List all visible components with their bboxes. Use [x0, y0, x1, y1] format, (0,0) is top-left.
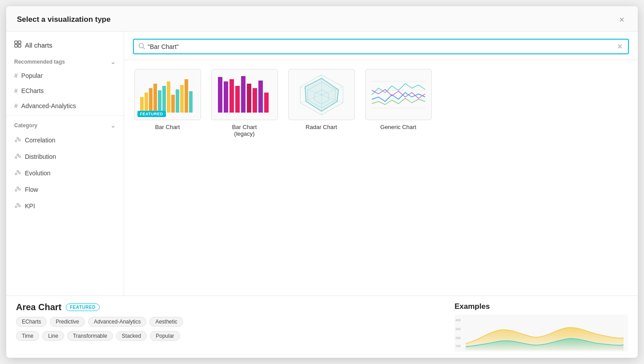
svg-rect-38 [247, 84, 251, 113]
svg-point-16 [15, 206, 17, 208]
svg-rect-32 [189, 91, 193, 113]
tags-row-2: Time Line Transformable Stacked Popular [16, 331, 455, 341]
clear-search-button[interactable]: ✕ [616, 42, 624, 51]
tag-chip-transformable[interactable]: Transformable [67, 331, 113, 341]
grid-icon [14, 40, 21, 49]
chart-name-bar-chart-legacy: Bar Chart(legacy) [232, 124, 257, 137]
tag-chip-line[interactable]: Line [42, 331, 64, 341]
search-icon [138, 43, 145, 51]
sidebar-item-label: KPI [25, 202, 35, 210]
tag-chip-echarts[interactable]: ECharts [16, 317, 47, 327]
svg-rect-40 [258, 81, 263, 113]
svg-rect-35 [229, 79, 234, 113]
svg-rect-3 [18, 44, 21, 47]
svg-text:100: 100 [455, 344, 461, 348]
sidebar-item-popular[interactable]: # Popular [6, 68, 124, 83]
sidebar-item-label: Correlation [25, 137, 55, 144]
svg-text:300: 300 [455, 328, 461, 331]
svg-rect-30 [180, 85, 184, 113]
examples-title: Examples [455, 302, 628, 311]
examples-preview: 400 300 200 100 [455, 315, 628, 352]
svg-rect-33 [218, 77, 222, 113]
modal-title: Select a visualization type [17, 15, 111, 24]
svg-point-11 [17, 170, 19, 172]
sidebar-item-label: Evolution [25, 170, 51, 177]
svg-rect-29 [176, 89, 179, 113]
svg-rect-37 [241, 76, 246, 113]
svg-point-17 [17, 203, 19, 205]
category-icon [14, 169, 21, 177]
hash-icon: # [14, 72, 18, 79]
modal-header: Select a visualization type × [6, 6, 638, 32]
svg-point-13 [15, 190, 17, 191]
sidebar-item-distribution[interactable]: Distribution [6, 148, 124, 165]
svg-text:200: 200 [455, 336, 461, 340]
chart-thumbnail-radar-chart [288, 69, 355, 120]
svg-point-14 [17, 187, 19, 189]
chevron-down-icon: ⌄ [110, 58, 116, 65]
svg-rect-1 [18, 41, 21, 44]
svg-rect-0 [15, 41, 17, 44]
sidebar-item-label: Flow [25, 186, 38, 193]
bottom-featured-badge: FEATURED [66, 303, 100, 311]
category-icon [14, 185, 21, 194]
chevron-down-icon: ⌄ [110, 122, 116, 129]
featured-badge: FEATURED [137, 111, 166, 117]
tag-chip-stacked[interactable]: Stacked [116, 331, 147, 341]
svg-line-20 [143, 47, 145, 49]
chart-name-bar-chart: Bar Chart [155, 124, 180, 130]
sidebar-item-evolution[interactable]: Evolution [6, 165, 124, 181]
sidebar-item-echarts[interactable]: # ECharts [6, 83, 124, 98]
svg-rect-25 [158, 90, 161, 113]
svg-rect-21 [140, 97, 144, 113]
tag-chip-predictive[interactable]: Predictive [50, 317, 85, 327]
svg-point-15 [19, 189, 20, 190]
search-bar-container: ✕ [124, 32, 638, 60]
modal-body: All charts Recommended tags ⌄ # Popular … [6, 32, 638, 295]
svg-point-7 [15, 157, 17, 158]
tag-chip-popular[interactable]: Popular [150, 331, 180, 341]
sidebar-item-label: Popular [21, 72, 43, 79]
tag-chip-advanced-analytics[interactable]: Advanced-Analytics [88, 317, 146, 327]
bottom-left: Area Chart FEATURED ECharts Predictive A… [16, 302, 455, 352]
close-button[interactable]: × [616, 14, 627, 25]
sidebar-item-kpi[interactable]: KPI [6, 198, 124, 214]
main-content: ✕ [124, 32, 638, 295]
sidebar-item-label: ECharts [21, 87, 44, 94]
svg-rect-31 [185, 79, 188, 113]
tags-row: ECharts Predictive Advanced-Analytics Ae… [16, 317, 455, 327]
svg-rect-34 [224, 81, 228, 113]
recommended-tags-header: Recommended tags ⌄ [6, 54, 124, 68]
svg-rect-23 [149, 88, 153, 113]
category-header: Category ⌄ [6, 117, 124, 132]
svg-text:400: 400 [455, 319, 461, 322]
chart-card-radar-chart[interactable]: Radar Chart [287, 69, 356, 287]
sidebar-item-flow[interactable]: Flow [6, 181, 124, 198]
svg-point-9 [19, 156, 20, 158]
chart-grid: FEATURED Bar Chart [124, 60, 638, 295]
chart-card-bar-chart[interactable]: FEATURED Bar Chart [133, 69, 202, 287]
svg-point-5 [17, 138, 19, 139]
category-icon [14, 152, 21, 161]
tag-chip-time[interactable]: Time [16, 331, 39, 341]
svg-point-4 [15, 140, 17, 142]
sidebar-item-correlation[interactable]: Correlation [6, 132, 124, 148]
svg-point-18 [19, 205, 20, 207]
sidebar-all-charts[interactable]: All charts [6, 36, 124, 54]
chart-card-generic-chart[interactable]: Generic Chart [364, 69, 433, 287]
svg-rect-36 [235, 86, 240, 113]
tag-chip-aesthetic[interactable]: Aesthetic [149, 317, 183, 327]
svg-rect-26 [162, 86, 166, 113]
svg-point-10 [15, 173, 17, 175]
category-icon [14, 202, 21, 210]
bottom-right: Examples [455, 302, 628, 352]
category-icon [14, 136, 21, 144]
sidebar-item-label: Distribution [25, 153, 56, 160]
search-input[interactable] [148, 43, 616, 50]
sidebar-item-advanced-analytics[interactable]: # Advanced-Analytics [6, 98, 124, 113]
all-charts-label: All charts [25, 41, 52, 49]
chart-card-bar-chart-legacy[interactable]: Bar Chart(legacy) [210, 69, 279, 287]
svg-point-12 [19, 172, 20, 174]
chart-thumbnail-generic-chart [365, 69, 432, 120]
svg-rect-39 [253, 88, 257, 113]
